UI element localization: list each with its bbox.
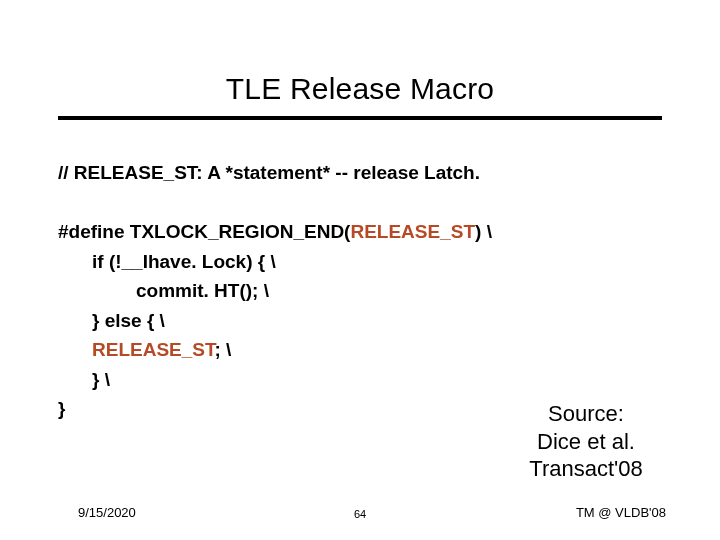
code-accent: RELEASE_ST <box>350 221 475 242</box>
code-line-1: #define TXLOCK_REGION_END(RELEASE_ST) \ <box>58 217 662 246</box>
code-line-5: RELEASE_ST; \ <box>58 335 662 364</box>
title-underline <box>58 116 662 120</box>
code-line-3: commit. HT(); \ <box>58 276 662 305</box>
code-line-4: } else { \ <box>58 306 662 335</box>
code-text: #define TXLOCK_REGION_END( <box>58 221 350 242</box>
footer-venue: TM @ VLDB'08 <box>576 505 666 520</box>
comment-line: // RELEASE_ST: A *statement* -- release … <box>58 158 662 187</box>
slide-title: TLE Release Macro <box>0 72 720 106</box>
source-block: Source: Dice et al. Transact'08 <box>506 400 666 483</box>
code-line-2: if (!__Ihave. Lock) { \ <box>58 247 662 276</box>
spacer <box>58 187 662 217</box>
code-accent: RELEASE_ST <box>92 339 214 360</box>
code-line-6: } \ <box>58 365 662 394</box>
slide-body: // RELEASE_ST: A *statement* -- release … <box>58 158 662 424</box>
slide: TLE Release Macro // RELEASE_ST: A *stat… <box>0 0 720 540</box>
code-text: ) \ <box>475 221 492 242</box>
source-line: Transact'08 <box>506 455 666 483</box>
source-line: Source: <box>506 400 666 428</box>
code-text: ; \ <box>214 339 231 360</box>
footer: 9/15/2020 64 TM @ VLDB'08 <box>0 500 720 520</box>
source-line: Dice et al. <box>506 428 666 456</box>
